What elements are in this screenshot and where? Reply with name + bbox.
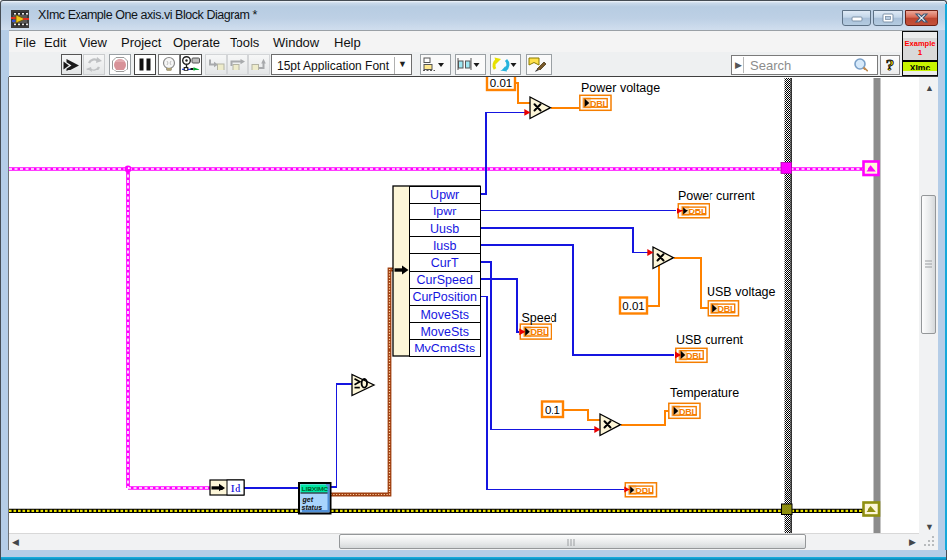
svg-text:CurSpeed: CurSpeed — [417, 273, 473, 287]
svg-text:0.01: 0.01 — [490, 77, 512, 89]
svg-text:MvCmdSts: MvCmdSts — [414, 342, 475, 355]
svg-text:?: ? — [886, 56, 895, 74]
svg-text:CurPosition: CurPosition — [412, 290, 477, 304]
svg-text:MoveSts: MoveSts — [420, 325, 469, 339]
svg-text:Ipwr: Ipwr — [433, 205, 457, 218]
svg-text:status: status — [302, 504, 323, 511]
svg-text:Speed: Speed — [522, 311, 557, 325]
svg-text:Power current: Power current — [678, 189, 755, 203]
svg-text:CurT: CurT — [431, 256, 459, 270]
svg-text:Iusb: Iusb — [433, 239, 457, 253]
svg-text:MoveSts: MoveSts — [420, 308, 469, 322]
svg-text:USB voltage: USB voltage — [707, 285, 776, 299]
svg-text:0.01: 0.01 — [622, 300, 644, 312]
svg-text:Id: Id — [231, 481, 241, 495]
svg-text:Uusb: Uusb — [430, 222, 459, 236]
svg-text:LIBXIMC: LIBXIMC — [302, 486, 329, 492]
svg-text:Temperature: Temperature — [670, 386, 739, 400]
svg-text:0.1: 0.1 — [545, 404, 560, 416]
svg-text:USB current: USB current — [676, 333, 744, 347]
svg-text:Upwr: Upwr — [430, 188, 459, 202]
svg-text:Power voltage: Power voltage — [581, 81, 660, 95]
